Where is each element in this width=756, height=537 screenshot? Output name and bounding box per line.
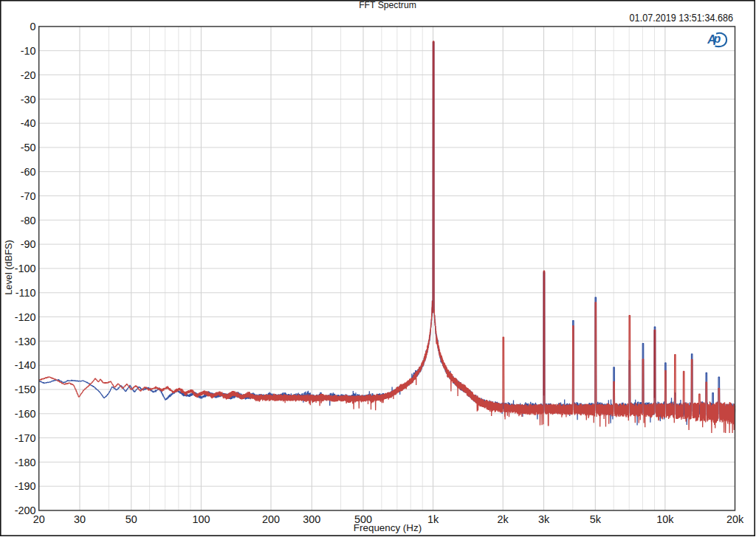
svg-text:-140: -140	[15, 359, 36, 371]
svg-text:30: 30	[74, 513, 86, 525]
svg-text:-160: -160	[15, 408, 36, 420]
svg-text:Level (dBFS): Level (dBFS)	[3, 240, 14, 295]
svg-text:10k: 10k	[656, 513, 674, 525]
svg-text:-80: -80	[21, 215, 36, 226]
svg-text:300: 300	[303, 513, 320, 525]
svg-text:2k: 2k	[498, 513, 509, 525]
svg-text:20: 20	[33, 513, 45, 525]
svg-text:-90: -90	[21, 238, 36, 250]
svg-text:-50: -50	[21, 142, 36, 153]
svg-text:-60: -60	[21, 166, 36, 178]
svg-text:20k: 20k	[726, 513, 744, 525]
svg-text:-170: -170	[15, 432, 36, 444]
svg-text:-190: -190	[15, 480, 36, 492]
svg-text:-20: -20	[21, 69, 36, 81]
svg-text:1k: 1k	[427, 513, 439, 525]
svg-text:0: 0	[30, 21, 35, 32]
svg-text:-180: -180	[15, 457, 36, 468]
svg-text:p: p	[713, 32, 721, 45]
svg-text:01.07.2019 13:51:34.686: 01.07.2019 13:51:34.686	[630, 11, 734, 24]
svg-text:-40: -40	[21, 117, 36, 129]
svg-text:100: 100	[192, 513, 210, 525]
svg-text:-70: -70	[21, 190, 36, 202]
svg-text:50: 50	[126, 513, 137, 525]
svg-text:Frequency (Hz): Frequency (Hz)	[354, 522, 422, 533]
svg-text:-30: -30	[21, 94, 36, 105]
svg-text:-150: -150	[15, 384, 36, 395]
svg-text:-120: -120	[15, 311, 36, 323]
svg-text:-130: -130	[15, 336, 36, 347]
svg-text:-10: -10	[21, 45, 36, 57]
svg-text:5k: 5k	[590, 513, 602, 525]
svg-text:-110: -110	[16, 287, 36, 299]
svg-text:3k: 3k	[538, 513, 550, 525]
svg-text:200: 200	[262, 513, 280, 525]
svg-text:FFT Spectrum: FFT Spectrum	[359, 0, 416, 10]
svg-text:-100: -100	[15, 263, 36, 274]
